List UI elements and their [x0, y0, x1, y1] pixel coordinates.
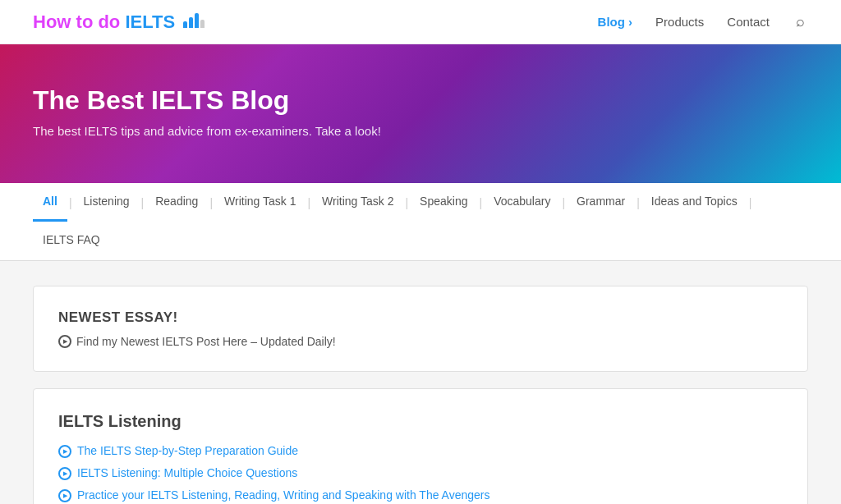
listening-links-list: The IELTS Step-by-Step Preparation Guide…: [58, 444, 783, 504]
listening-link-1[interactable]: The IELTS Step-by-Step Preparation Guide: [58, 444, 783, 458]
listening-link-1-text: The IELTS Step-by-Step Preparation Guide: [77, 444, 298, 457]
cat-divider-4: |: [306, 197, 312, 208]
listening-link-3[interactable]: Practice your IELTS Listening, Reading, …: [58, 488, 783, 502]
newest-essay-heading: NEWEST ESSAY!: [58, 309, 783, 326]
cat-divider-7: |: [560, 197, 567, 208]
cat-divider-1: |: [67, 197, 74, 208]
hero-banner: The Best IELTS Blog The best IELTS tips …: [0, 44, 841, 183]
newest-essay-card: NEWEST ESSAY! Find my Newest IELTS Post …: [33, 286, 808, 372]
listening-link-3-text: Practice your IELTS Listening, Reading, …: [77, 488, 489, 502]
play-circle-icon: [58, 467, 71, 480]
cat-all[interactable]: All: [33, 183, 67, 222]
cat-divider-3: |: [208, 197, 214, 208]
category-navigation: All | Listening | Reading | Writing Task…: [0, 183, 841, 261]
hero-title: The Best IELTS Blog: [33, 85, 808, 116]
newest-essay-link-text: Find my Newest IELTS Post Here – Updated…: [76, 335, 336, 348]
cat-vocabulary[interactable]: Vocabulary: [484, 183, 560, 222]
cat-reading[interactable]: Reading: [145, 183, 208, 222]
newest-essay-link[interactable]: Find my Newest IELTS Post Here – Updated…: [58, 334, 783, 348]
play-circle-icon: [58, 489, 71, 502]
cat-grammar[interactable]: Grammar: [567, 183, 635, 222]
play-circle-icon: [58, 445, 71, 458]
nav-blog[interactable]: Blog: [598, 15, 633, 29]
list-item: The IELTS Step-by-Step Preparation Guide: [58, 444, 783, 458]
cat-divider-8: |: [635, 197, 641, 208]
site-header: How to do IELTS Blog Products Contact ⌕: [0, 0, 841, 44]
nav-contact[interactable]: Contact: [727, 15, 770, 29]
logo-text-ielts: IELTS: [125, 11, 175, 32]
cat-ideas-topics[interactable]: Ideas and Topics: [641, 183, 747, 222]
hero-subtitle: The best IELTS tips and advice from ex-e…: [33, 124, 808, 138]
cat-listening[interactable]: Listening: [74, 183, 140, 222]
cat-writing-task1[interactable]: Writing Task 1: [214, 183, 306, 222]
play-circle-icon: [58, 335, 71, 348]
search-button[interactable]: ⌕: [793, 10, 808, 34]
listening-card: IELTS Listening The IELTS Step-by-Step P…: [33, 388, 808, 504]
cat-divider-5: |: [403, 197, 410, 208]
list-item: Practice your IELTS Listening, Reading, …: [58, 488, 783, 502]
main-content: NEWEST ESSAY! Find my Newest IELTS Post …: [0, 261, 841, 504]
logo-bar-chart-icon: [183, 13, 205, 28]
cat-divider-9: |: [747, 197, 754, 208]
listening-heading: IELTS Listening: [58, 412, 783, 431]
site-logo[interactable]: How to do IELTS: [33, 11, 205, 33]
cat-ielts-faq[interactable]: IELTS FAQ: [33, 222, 110, 260]
cat-speaking[interactable]: Speaking: [410, 183, 477, 222]
cat-divider-6: |: [478, 197, 485, 208]
list-item: IELTS Listening: Multiple Choice Questio…: [58, 466, 783, 480]
listening-link-2[interactable]: IELTS Listening: Multiple Choice Questio…: [58, 466, 783, 480]
logo-text-how: How to do: [33, 11, 125, 32]
main-navigation: Blog Products Contact ⌕: [598, 10, 808, 34]
cat-divider-2: |: [140, 197, 146, 208]
listening-link-2-text: IELTS Listening: Multiple Choice Questio…: [77, 466, 297, 479]
nav-products[interactable]: Products: [655, 15, 704, 29]
cat-writing-task2[interactable]: Writing Task 2: [312, 183, 403, 222]
